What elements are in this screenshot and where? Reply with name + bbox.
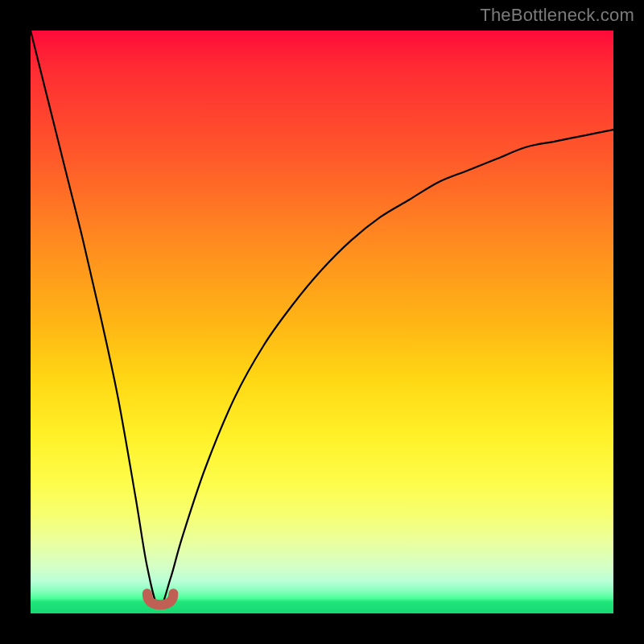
chart-frame: TheBottleneck.com — [0, 0, 644, 644]
dip-marker — [147, 593, 174, 605]
plot-area — [31, 31, 613, 613]
watermark-text: TheBottleneck.com — [480, 5, 634, 26]
bottleneck-curve — [31, 31, 613, 608]
chart-svg — [31, 31, 613, 613]
